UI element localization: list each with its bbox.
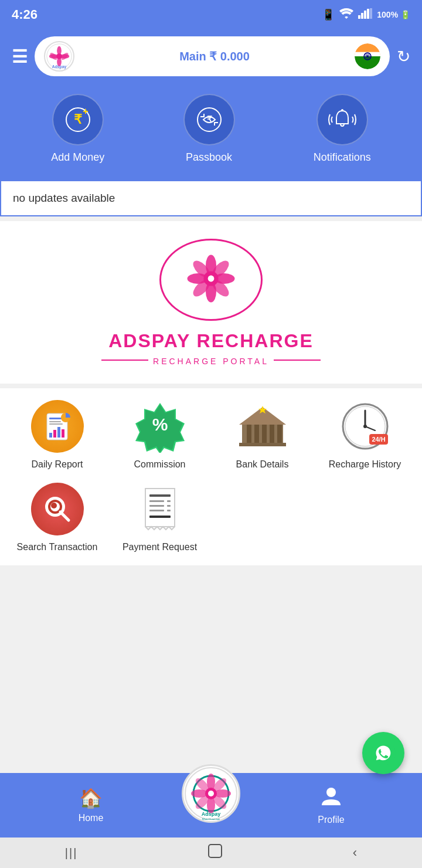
daily-report-label: Daily Report [31, 459, 83, 471]
svg-rect-61 [239, 443, 286, 446]
whatsapp-button[interactable] [362, 732, 404, 774]
svg-text:Adspay: Adspay [52, 65, 67, 69]
search-transaction-label: Search Transaction [17, 541, 98, 554]
action-row: ₹ + Add Money ₹ Passbook [0, 88, 422, 180]
svg-rect-48 [57, 427, 60, 438]
add-money-icon: ₹ + [52, 94, 104, 145]
brand-sub: RECHARGE PORTAL [153, 357, 269, 366]
svg-rect-49 [62, 429, 64, 438]
svg-rect-79 [149, 505, 164, 507]
svg-text:%: % [152, 415, 168, 434]
center-logo-button[interactable]: Adspay Recharge [182, 764, 240, 823]
svg-rect-78 [167, 500, 171, 502]
svg-text:₹: ₹ [74, 112, 83, 127]
commission-label: Commission [134, 459, 185, 471]
passbook-icon: ₹ [183, 94, 235, 145]
signal-icon [358, 8, 372, 22]
refresh-button[interactable]: ↻ [397, 47, 410, 66]
content-spacer [0, 570, 422, 687]
svg-rect-59 [277, 425, 282, 444]
svg-rect-77 [149, 500, 164, 502]
svg-rect-76 [149, 494, 171, 497]
svg-point-96 [208, 791, 214, 796]
brand-sub-line: RECHARGE PORTAL [12, 354, 410, 366]
add-money-label: Add Money [51, 151, 104, 164]
system-menu-button[interactable]: ||| [65, 846, 78, 860]
commission-button[interactable]: % Commission [114, 400, 205, 471]
system-nav-bar: ||| ‹ [0, 838, 422, 868]
svg-rect-3 [367, 9, 369, 19]
adspay-logo-small: Adspay [44, 41, 74, 72]
svg-point-41 [208, 276, 215, 282]
svg-rect-2 [364, 11, 366, 19]
header: ☰ Adspay Main ₹ 0.000 [0, 29, 422, 88]
svg-rect-4 [370, 8, 372, 19]
svg-text:+: + [83, 106, 88, 116]
svg-rect-44 [49, 421, 61, 422]
svg-text:₹: ₹ [206, 114, 212, 124]
svg-rect-57 [262, 425, 267, 444]
daily-report-button[interactable]: Daily Report [12, 400, 103, 471]
status-bar: 4:26 📱 100% 🔋 [0, 0, 422, 29]
updates-banner: no updates available [0, 180, 422, 216]
svg-rect-81 [149, 510, 164, 511]
balance-display: Main ₹ 0.000 [81, 49, 348, 63]
notifications-icon [316, 94, 368, 145]
svg-point-73 [51, 503, 57, 508]
svg-rect-45 [49, 423, 63, 425]
daily-report-icon [31, 400, 84, 453]
svg-point-31 [341, 109, 343, 111]
home-nav-icon: 🏠 [79, 787, 103, 809]
system-back-button[interactable]: ‹ [353, 845, 357, 860]
svg-rect-46 [49, 433, 52, 438]
search-transaction-button[interactable]: Search Transaction [12, 483, 103, 554]
profile-nav-button[interactable]: Profile [240, 785, 422, 825]
svg-text:Adspay: Adspay [202, 811, 221, 817]
svg-point-67 [363, 425, 367, 428]
payment-request-label: Payment Request [122, 541, 197, 554]
bank-details-label: Bank Details [236, 459, 289, 471]
menu-empty-2 [319, 483, 410, 554]
recharge-history-button[interactable]: 24/H Recharge History [319, 400, 410, 471]
hamburger-menu[interactable]: ☰ [12, 46, 28, 67]
home-nav-button[interactable]: 🏠 Home [0, 787, 182, 823]
brand-logo-oval [159, 239, 263, 321]
svg-rect-0 [358, 15, 360, 19]
recharge-history-label: Recharge History [329, 459, 401, 471]
battery-icon: 100% 🔋 [377, 10, 410, 19]
profile-nav-icon [321, 785, 342, 811]
svg-rect-80 [167, 505, 171, 507]
recharge-history-icon: 24/H [339, 400, 392, 453]
svg-point-12 [56, 53, 62, 59]
menu-empty-1 [217, 483, 308, 554]
svg-rect-83 [149, 516, 171, 518]
svg-rect-1 [361, 13, 363, 19]
svg-rect-82 [167, 510, 171, 511]
brand-flower-icon [185, 252, 237, 305]
system-home-button[interactable] [207, 843, 223, 862]
bottom-nav: 🏠 Home Adspay Recharge [0, 773, 422, 838]
wifi-icon [339, 8, 353, 22]
bank-icon [236, 400, 289, 453]
bank-details-button[interactable]: Bank Details [217, 400, 308, 471]
svg-point-99 [326, 788, 336, 797]
menu-section: Daily Report % Commission [0, 388, 422, 565]
profile-nav-label: Profile [318, 815, 344, 825]
sim-icon: 📱 [322, 8, 335, 21]
svg-text:Recharge: Recharge [202, 818, 220, 820]
status-time: 4:26 [12, 7, 38, 22]
brand-name: ADSPAY RECHARGE [12, 330, 410, 352]
svg-rect-75 [145, 489, 175, 527]
menu-row-2: Search Transaction [12, 483, 410, 554]
svg-rect-100 [209, 845, 222, 857]
svg-rect-47 [53, 430, 56, 438]
payment-request-icon [134, 483, 186, 535]
india-flag [355, 43, 380, 69]
passbook-button[interactable]: ₹ Passbook [183, 94, 235, 164]
payment-request-button[interactable]: Payment Request [114, 483, 205, 554]
notifications-button[interactable]: Notifications [314, 94, 371, 164]
add-money-button[interactable]: ₹ + Add Money [51, 94, 104, 164]
svg-line-74 [60, 512, 69, 520]
notifications-label: Notifications [314, 151, 371, 164]
passbook-label: Passbook [186, 151, 232, 164]
